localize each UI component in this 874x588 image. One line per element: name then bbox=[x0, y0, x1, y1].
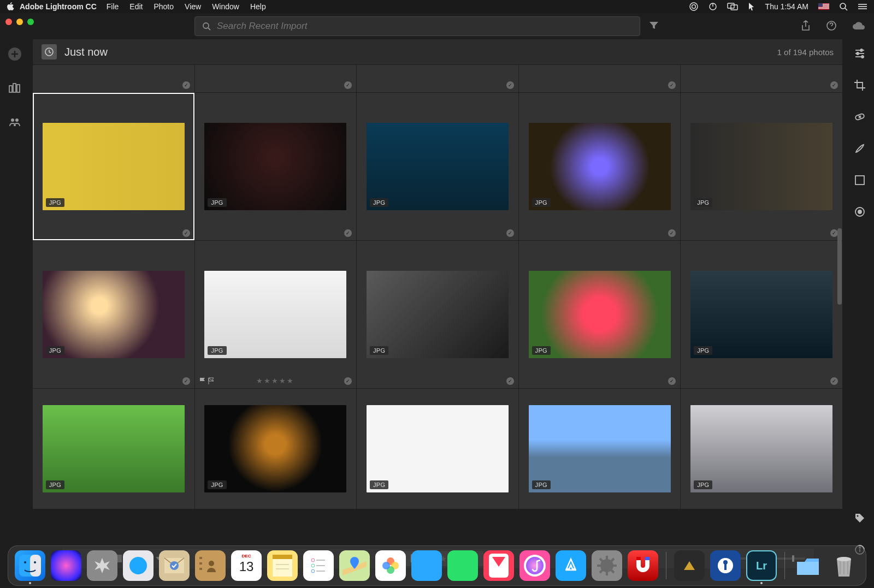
dock-photos[interactable] bbox=[375, 550, 406, 581]
app-name[interactable]: Adobe Lightroom CC bbox=[20, 2, 97, 11]
format-badge: JPG bbox=[370, 198, 388, 207]
photo-cell-partial[interactable] bbox=[195, 65, 357, 92]
radial-gradient-button[interactable] bbox=[852, 204, 867, 219]
photo-cell-partial[interactable] bbox=[357, 65, 518, 92]
sync-indicator-icon bbox=[668, 377, 676, 385]
dock-notes[interactable] bbox=[267, 550, 298, 581]
dock-trash[interactable] bbox=[829, 550, 859, 581]
photo-cell[interactable]: JPG bbox=[357, 93, 518, 240]
search-field[interactable] bbox=[194, 16, 640, 36]
brush-button[interactable] bbox=[852, 141, 867, 156]
dock-itunes[interactable] bbox=[519, 550, 550, 581]
filter-button[interactable] bbox=[649, 21, 659, 32]
flag-icon[interactable] bbox=[818, 3, 829, 10]
photo-cell[interactable]: JPG bbox=[519, 93, 681, 240]
dock-siri[interactable] bbox=[51, 550, 81, 581]
window-controls bbox=[5, 19, 34, 25]
spotlight-icon[interactable] bbox=[839, 2, 848, 11]
keywords-button[interactable] bbox=[852, 510, 867, 526]
dock-app-generic-1[interactable] bbox=[674, 550, 705, 581]
photo-cell[interactable]: JPG bbox=[357, 389, 518, 509]
dock-reminders[interactable] bbox=[303, 550, 334, 581]
photo-cell[interactable]: JPG bbox=[681, 241, 842, 388]
thumbnail: JPG bbox=[690, 271, 832, 358]
macos-menubar: Adobe Lightroom CC File Edit Photo View … bbox=[0, 0, 874, 13]
power-icon[interactable] bbox=[708, 2, 717, 11]
apple-menu-icon[interactable] bbox=[7, 2, 14, 11]
displays-icon[interactable] bbox=[727, 3, 738, 10]
dock-magnet[interactable] bbox=[628, 550, 658, 581]
linear-gradient-button[interactable] bbox=[852, 173, 867, 188]
dock-calendar[interactable]: DEC13 bbox=[231, 550, 262, 581]
photo-cell[interactable]: JPG bbox=[519, 241, 681, 388]
menu-window[interactable]: Window bbox=[212, 2, 239, 11]
sync-indicator-icon bbox=[344, 81, 352, 89]
menu-view[interactable]: View bbox=[185, 2, 201, 11]
left-rail bbox=[0, 39, 29, 568]
share-button[interactable] bbox=[801, 20, 811, 33]
format-badge: JPG bbox=[208, 480, 226, 489]
add-photos-button[interactable] bbox=[7, 46, 23, 62]
dock-appstore[interactable] bbox=[556, 550, 586, 581]
photo-cell-partial[interactable] bbox=[519, 65, 681, 92]
photo-cell[interactable]: JPG bbox=[33, 241, 194, 388]
healing-button[interactable] bbox=[852, 109, 867, 124]
menu-help[interactable]: Help bbox=[250, 2, 266, 11]
photo-cell[interactable]: JPG bbox=[195, 93, 357, 240]
format-badge: JPG bbox=[370, 480, 388, 489]
photo-cell[interactable]: JPG bbox=[357, 241, 518, 388]
dock-downloads[interactable] bbox=[793, 550, 823, 581]
photo-cell[interactable]: JPG bbox=[33, 93, 194, 240]
svg-rect-11 bbox=[818, 8, 829, 9]
dock-messages[interactable] bbox=[411, 550, 442, 581]
photo-cell[interactable]: JPG★★★★★ bbox=[195, 241, 357, 388]
my-photos-button[interactable] bbox=[7, 80, 23, 96]
sync-indicator-icon bbox=[344, 229, 352, 237]
grid-scrollbar[interactable] bbox=[837, 64, 842, 568]
photo-cell-partial[interactable] bbox=[33, 65, 194, 92]
dock-finder[interactable] bbox=[15, 550, 45, 581]
dock-1password[interactable] bbox=[710, 550, 741, 581]
dock-safari[interactable] bbox=[123, 550, 153, 581]
menu-edit[interactable]: Edit bbox=[129, 2, 143, 11]
dock-maps[interactable] bbox=[339, 550, 370, 581]
dock-lightroom[interactable]: Lr bbox=[746, 550, 777, 581]
dock-facetime[interactable] bbox=[447, 550, 478, 581]
sync-indicator-icon bbox=[182, 377, 190, 385]
search-input[interactable] bbox=[216, 20, 633, 32]
sharing-button[interactable] bbox=[7, 114, 23, 130]
menubar-clock[interactable]: Thu 1:54 AM bbox=[765, 2, 808, 11]
help-button[interactable] bbox=[826, 20, 837, 33]
dock-mail[interactable] bbox=[159, 550, 190, 581]
svg-point-49 bbox=[861, 56, 864, 58]
svg-point-66 bbox=[129, 557, 147, 574]
photo-cell-partial[interactable] bbox=[681, 65, 842, 92]
dock-contacts[interactable] bbox=[195, 550, 226, 581]
cloud-sync-button[interactable] bbox=[852, 21, 865, 32]
svg-point-13 bbox=[840, 3, 846, 9]
photo-cell[interactable]: JPG bbox=[681, 93, 842, 240]
photo-cell[interactable]: JPG bbox=[681, 389, 842, 509]
crop-button[interactable] bbox=[852, 78, 867, 93]
menu-file[interactable]: File bbox=[107, 2, 119, 11]
photo-cell[interactable]: JPG bbox=[519, 389, 681, 509]
sync-indicator-icon bbox=[668, 229, 676, 237]
svg-point-0 bbox=[690, 3, 698, 10]
window-minimize-button[interactable] bbox=[16, 19, 23, 25]
dock-news[interactable] bbox=[483, 550, 514, 581]
window-zoom-button[interactable] bbox=[27, 19, 34, 25]
photo-cell[interactable]: JPG bbox=[33, 389, 194, 509]
sync-indicator-icon bbox=[506, 377, 514, 385]
svg-rect-53 bbox=[855, 176, 864, 185]
sync-indicator-icon bbox=[506, 229, 514, 237]
menu-photo[interactable]: Photo bbox=[153, 2, 174, 11]
dock-system-prefs[interactable] bbox=[592, 550, 622, 581]
window-close-button[interactable] bbox=[5, 19, 12, 25]
sync-indicator-icon bbox=[182, 81, 190, 89]
cursor-icon[interactable] bbox=[748, 2, 755, 11]
dock-launchpad[interactable] bbox=[87, 550, 117, 581]
edit-panel-button[interactable] bbox=[852, 46, 867, 61]
control-center-icon[interactable] bbox=[858, 3, 867, 10]
cc-status-icon[interactable] bbox=[689, 2, 699, 11]
photo-cell[interactable]: JPG bbox=[195, 389, 357, 509]
